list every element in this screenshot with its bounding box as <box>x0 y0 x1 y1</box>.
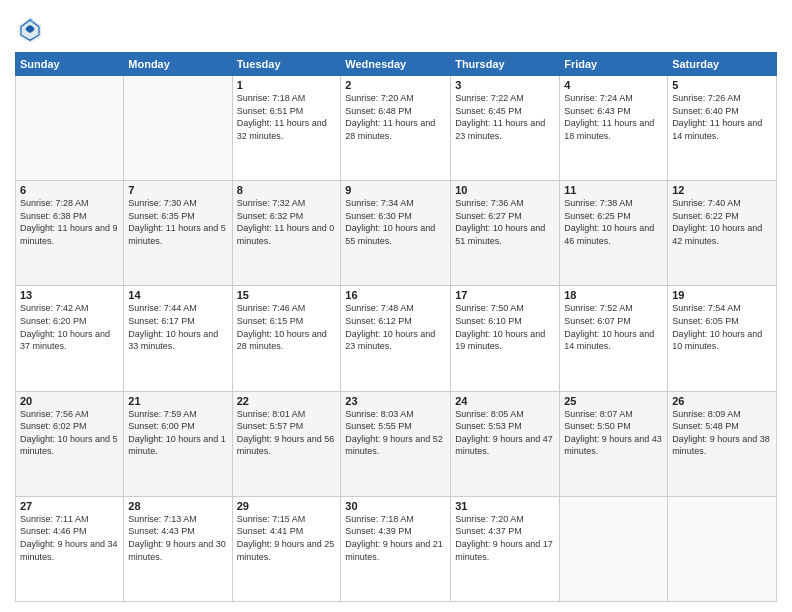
calendar-cell: 29Sunrise: 7:15 AMSunset: 4:41 PMDayligh… <box>232 496 341 601</box>
calendar-cell <box>16 76 124 181</box>
header-row: Sunday Monday Tuesday Wednesday Thursday… <box>16 53 777 76</box>
col-sunday: Sunday <box>16 53 124 76</box>
day-number: 30 <box>345 500 446 512</box>
calendar-cell <box>668 496 777 601</box>
day-number: 3 <box>455 79 555 91</box>
calendar-cell: 25Sunrise: 8:07 AMSunset: 5:50 PMDayligh… <box>560 391 668 496</box>
day-number: 27 <box>20 500 119 512</box>
calendar-cell: 12Sunrise: 7:40 AMSunset: 6:22 PMDayligh… <box>668 181 777 286</box>
calendar-cell: 9Sunrise: 7:34 AMSunset: 6:30 PMDaylight… <box>341 181 451 286</box>
day-info: Sunrise: 7:18 AMSunset: 6:51 PMDaylight:… <box>237 93 327 141</box>
day-number: 10 <box>455 184 555 196</box>
col-saturday: Saturday <box>668 53 777 76</box>
day-number: 29 <box>237 500 337 512</box>
col-thursday: Thursday <box>451 53 560 76</box>
day-number: 26 <box>672 395 772 407</box>
day-info: Sunrise: 7:20 AMSunset: 4:37 PMDaylight:… <box>455 514 553 562</box>
week-row-2: 6Sunrise: 7:28 AMSunset: 6:38 PMDaylight… <box>16 181 777 286</box>
logo-icon <box>15 14 45 44</box>
day-info: Sunrise: 8:09 AMSunset: 5:48 PMDaylight:… <box>672 409 770 457</box>
calendar-cell: 5Sunrise: 7:26 AMSunset: 6:40 PMDaylight… <box>668 76 777 181</box>
calendar-cell: 21Sunrise: 7:59 AMSunset: 6:00 PMDayligh… <box>124 391 232 496</box>
calendar-cell: 11Sunrise: 7:38 AMSunset: 6:25 PMDayligh… <box>560 181 668 286</box>
week-row-3: 13Sunrise: 7:42 AMSunset: 6:20 PMDayligh… <box>16 286 777 391</box>
day-number: 6 <box>20 184 119 196</box>
calendar-cell: 24Sunrise: 8:05 AMSunset: 5:53 PMDayligh… <box>451 391 560 496</box>
day-info: Sunrise: 7:30 AMSunset: 6:35 PMDaylight:… <box>128 198 226 246</box>
calendar-cell: 23Sunrise: 8:03 AMSunset: 5:55 PMDayligh… <box>341 391 451 496</box>
day-info: Sunrise: 7:50 AMSunset: 6:10 PMDaylight:… <box>455 303 545 351</box>
calendar-cell: 7Sunrise: 7:30 AMSunset: 6:35 PMDaylight… <box>124 181 232 286</box>
calendar-cell: 2Sunrise: 7:20 AMSunset: 6:48 PMDaylight… <box>341 76 451 181</box>
day-info: Sunrise: 7:11 AMSunset: 4:46 PMDaylight:… <box>20 514 118 562</box>
calendar-cell: 18Sunrise: 7:52 AMSunset: 6:07 PMDayligh… <box>560 286 668 391</box>
page: Sunday Monday Tuesday Wednesday Thursday… <box>0 0 792 612</box>
day-number: 20 <box>20 395 119 407</box>
day-info: Sunrise: 7:28 AMSunset: 6:38 PMDaylight:… <box>20 198 118 246</box>
day-info: Sunrise: 7:56 AMSunset: 6:02 PMDaylight:… <box>20 409 118 457</box>
calendar-cell: 27Sunrise: 7:11 AMSunset: 4:46 PMDayligh… <box>16 496 124 601</box>
day-number: 25 <box>564 395 663 407</box>
calendar-cell: 22Sunrise: 8:01 AMSunset: 5:57 PMDayligh… <box>232 391 341 496</box>
week-row-4: 20Sunrise: 7:56 AMSunset: 6:02 PMDayligh… <box>16 391 777 496</box>
day-info: Sunrise: 7:13 AMSunset: 4:43 PMDaylight:… <box>128 514 226 562</box>
day-info: Sunrise: 8:07 AMSunset: 5:50 PMDaylight:… <box>564 409 662 457</box>
week-row-1: 1Sunrise: 7:18 AMSunset: 6:51 PMDaylight… <box>16 76 777 181</box>
day-number: 8 <box>237 184 337 196</box>
day-number: 22 <box>237 395 337 407</box>
calendar-cell: 10Sunrise: 7:36 AMSunset: 6:27 PMDayligh… <box>451 181 560 286</box>
day-number: 15 <box>237 289 337 301</box>
day-number: 23 <box>345 395 446 407</box>
day-info: Sunrise: 7:34 AMSunset: 6:30 PMDaylight:… <box>345 198 435 246</box>
day-number: 17 <box>455 289 555 301</box>
day-info: Sunrise: 7:22 AMSunset: 6:45 PMDaylight:… <box>455 93 545 141</box>
calendar-cell <box>560 496 668 601</box>
day-info: Sunrise: 7:38 AMSunset: 6:25 PMDaylight:… <box>564 198 654 246</box>
day-info: Sunrise: 7:54 AMSunset: 6:05 PMDaylight:… <box>672 303 762 351</box>
day-number: 13 <box>20 289 119 301</box>
day-number: 4 <box>564 79 663 91</box>
day-number: 28 <box>128 500 227 512</box>
calendar-cell: 13Sunrise: 7:42 AMSunset: 6:20 PMDayligh… <box>16 286 124 391</box>
calendar-cell: 16Sunrise: 7:48 AMSunset: 6:12 PMDayligh… <box>341 286 451 391</box>
calendar-cell: 4Sunrise: 7:24 AMSunset: 6:43 PMDaylight… <box>560 76 668 181</box>
day-info: Sunrise: 7:24 AMSunset: 6:43 PMDaylight:… <box>564 93 654 141</box>
header <box>15 10 777 44</box>
calendar-cell: 26Sunrise: 8:09 AMSunset: 5:48 PMDayligh… <box>668 391 777 496</box>
day-info: Sunrise: 7:46 AMSunset: 6:15 PMDaylight:… <box>237 303 327 351</box>
day-number: 12 <box>672 184 772 196</box>
day-number: 7 <box>128 184 227 196</box>
day-info: Sunrise: 7:44 AMSunset: 6:17 PMDaylight:… <box>128 303 218 351</box>
day-info: Sunrise: 7:36 AMSunset: 6:27 PMDaylight:… <box>455 198 545 246</box>
day-info: Sunrise: 7:20 AMSunset: 6:48 PMDaylight:… <box>345 93 435 141</box>
calendar-cell: 14Sunrise: 7:44 AMSunset: 6:17 PMDayligh… <box>124 286 232 391</box>
col-monday: Monday <box>124 53 232 76</box>
calendar-cell: 17Sunrise: 7:50 AMSunset: 6:10 PMDayligh… <box>451 286 560 391</box>
calendar-cell: 28Sunrise: 7:13 AMSunset: 4:43 PMDayligh… <box>124 496 232 601</box>
day-number: 11 <box>564 184 663 196</box>
day-info: Sunrise: 7:15 AMSunset: 4:41 PMDaylight:… <box>237 514 335 562</box>
day-number: 16 <box>345 289 446 301</box>
day-number: 14 <box>128 289 227 301</box>
calendar-cell: 20Sunrise: 7:56 AMSunset: 6:02 PMDayligh… <box>16 391 124 496</box>
day-info: Sunrise: 7:18 AMSunset: 4:39 PMDaylight:… <box>345 514 443 562</box>
calendar-cell: 31Sunrise: 7:20 AMSunset: 4:37 PMDayligh… <box>451 496 560 601</box>
calendar-cell: 30Sunrise: 7:18 AMSunset: 4:39 PMDayligh… <box>341 496 451 601</box>
day-number: 18 <box>564 289 663 301</box>
calendar-table: Sunday Monday Tuesday Wednesday Thursday… <box>15 52 777 602</box>
day-number: 31 <box>455 500 555 512</box>
day-info: Sunrise: 7:52 AMSunset: 6:07 PMDaylight:… <box>564 303 654 351</box>
day-number: 21 <box>128 395 227 407</box>
calendar-cell <box>124 76 232 181</box>
calendar-cell: 15Sunrise: 7:46 AMSunset: 6:15 PMDayligh… <box>232 286 341 391</box>
day-info: Sunrise: 7:48 AMSunset: 6:12 PMDaylight:… <box>345 303 435 351</box>
day-number: 24 <box>455 395 555 407</box>
day-info: Sunrise: 8:03 AMSunset: 5:55 PMDaylight:… <box>345 409 443 457</box>
day-number: 5 <box>672 79 772 91</box>
day-info: Sunrise: 7:42 AMSunset: 6:20 PMDaylight:… <box>20 303 110 351</box>
day-number: 2 <box>345 79 446 91</box>
calendar-cell: 8Sunrise: 7:32 AMSunset: 6:32 PMDaylight… <box>232 181 341 286</box>
day-info: Sunrise: 7:40 AMSunset: 6:22 PMDaylight:… <box>672 198 762 246</box>
logo <box>15 14 49 44</box>
calendar-cell: 3Sunrise: 7:22 AMSunset: 6:45 PMDaylight… <box>451 76 560 181</box>
